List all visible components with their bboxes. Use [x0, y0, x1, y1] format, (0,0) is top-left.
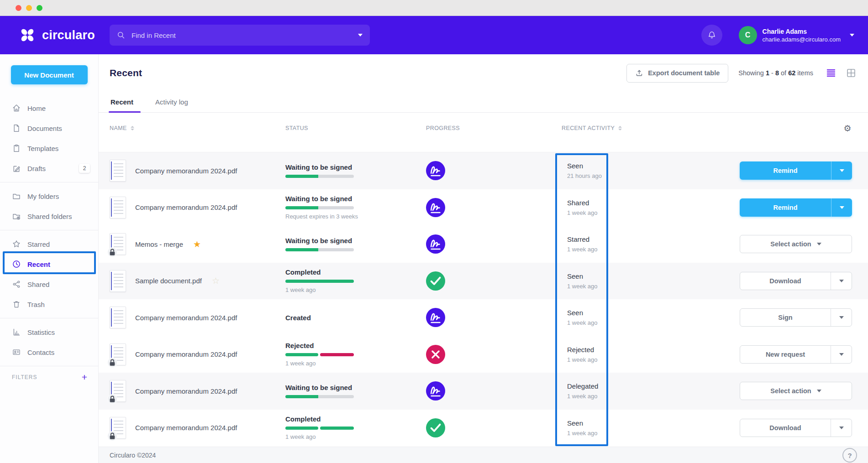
download-button-label[interactable]: Download: [740, 272, 831, 290]
sidebar-nav: HomeDocumentsTemplatesDrafts2My foldersS…: [0, 98, 98, 362]
progress-bar: [285, 206, 354, 209]
filters-label: FILTERS: [12, 374, 37, 380]
select-action-button-label[interactable]: Select action: [740, 382, 852, 400]
shared-folder-icon: [12, 212, 21, 221]
close-button[interactable]: [16, 5, 21, 11]
document-name[interactable]: Company memorandum 2024.pdf: [135, 203, 237, 211]
select-action-dropdown-caret[interactable]: [817, 243, 821, 245]
activity-type: Seen: [567, 162, 740, 170]
download-button-label[interactable]: Download: [740, 419, 831, 437]
download-button[interactable]: Download: [740, 272, 852, 290]
lock-icon: [107, 394, 117, 404]
star-icon[interactable]: ☆: [212, 276, 220, 285]
remind-dropdown-caret[interactable]: [831, 161, 852, 180]
sidebar-item-contacts[interactable]: Contacts: [0, 342, 98, 362]
remind-button-label[interactable]: Remind: [740, 161, 831, 180]
table-settings-gear-icon[interactable]: ⚙: [844, 124, 852, 133]
select-action-button-label[interactable]: Select action: [740, 235, 852, 253]
table-row[interactable]: Memos - merge★Waiting to be signedStarre…: [99, 226, 868, 263]
remind-button[interactable]: Remind: [740, 161, 852, 180]
user-menu[interactable]: C Charlie Adams charlie.adams@circularo.…: [739, 26, 857, 44]
sidebar-item-drafts[interactable]: Drafts2: [0, 158, 98, 178]
column-header-name[interactable]: NAME: [110, 125, 285, 131]
signature-status-icon: [426, 308, 445, 327]
status-subtext: 1 week ago: [285, 433, 426, 440]
document-name[interactable]: Company memorandum 2024.pdf: [135, 424, 237, 432]
status-text: Waiting to be signed: [285, 195, 426, 203]
remind-button-label[interactable]: Remind: [740, 198, 831, 217]
table-row[interactable]: Company memorandum 2024.pdfCreatedSeen1 …: [99, 299, 868, 336]
tab-recent[interactable]: Recent: [110, 92, 134, 112]
sidebar-item-trash[interactable]: Trash: [0, 294, 98, 314]
sidebar-item-label: Drafts: [27, 165, 46, 172]
sign-button-label[interactable]: Sign: [740, 309, 831, 326]
sort-icon[interactable]: [131, 126, 134, 130]
document-name[interactable]: Company memorandum 2024.pdf: [135, 314, 237, 322]
sidebar-item-shared[interactable]: Shared: [0, 274, 98, 294]
column-header-recent-activity[interactable]: RECENT ACTIVITY: [562, 125, 740, 131]
signature-status-icon: [426, 381, 445, 401]
sidebar-item-statistics[interactable]: Statistics: [0, 322, 98, 342]
export-button[interactable]: Export document table: [626, 64, 728, 83]
sidebar-item-recent[interactable]: Recent: [0, 254, 98, 274]
remind-button[interactable]: Remind: [740, 198, 852, 217]
add-filter-button[interactable]: +: [80, 372, 89, 382]
table-row[interactable]: Company memorandum 2024.pdfWaiting to be…: [99, 152, 868, 189]
document-name[interactable]: Company memorandum 2024.pdf: [135, 387, 237, 395]
remind-dropdown-caret[interactable]: [831, 198, 852, 217]
search-scope-caret-icon[interactable]: [358, 34, 363, 36]
help-button[interactable]: ?: [842, 448, 857, 463]
select-action-dropdown-caret[interactable]: [817, 390, 821, 392]
star-icon[interactable]: ★: [193, 240, 201, 249]
document-name[interactable]: Memos - merge: [135, 240, 183, 248]
select-action-button[interactable]: Select action: [740, 382, 852, 400]
document-thumbnail: [110, 307, 126, 328]
new-request-button-label[interactable]: New request: [740, 346, 831, 363]
sign-dropdown-caret[interactable]: [831, 309, 852, 326]
search-input[interactable]: [131, 31, 352, 40]
status-text: Created: [285, 314, 426, 322]
progress-bar: [285, 175, 354, 178]
sidebar-item-home[interactable]: Home: [0, 98, 98, 118]
minimize-button[interactable]: [26, 5, 32, 11]
notifications-button[interactable]: [701, 25, 722, 46]
new-request-dropdown-caret[interactable]: [831, 346, 852, 363]
select-action-button[interactable]: Select action: [740, 235, 852, 253]
new-document-button[interactable]: New Document: [11, 65, 88, 84]
download-dropdown-caret[interactable]: [831, 272, 852, 290]
activity-time: 1 week ago: [567, 393, 740, 400]
sidebar-item-my-folders[interactable]: My folders: [0, 186, 98, 206]
sidebar-divider: [0, 230, 98, 230]
document-name[interactable]: Company memorandum 2024.pdf: [135, 167, 237, 175]
table-row[interactable]: Company memorandum 2024.pdfWaiting to be…: [99, 373, 868, 410]
document-name[interactable]: Company memorandum 2024.pdf: [135, 350, 237, 358]
sign-button[interactable]: Sign: [740, 308, 852, 327]
tab-activity-log[interactable]: Activity log: [154, 92, 189, 112]
search-bar[interactable]: [110, 25, 370, 46]
sidebar-item-shared-folders[interactable]: Shared folders: [0, 206, 98, 226]
new-request-button[interactable]: New request: [740, 345, 852, 364]
table-row[interactable]: Sample document.pdf☆Completed1 week agoS…: [99, 263, 868, 300]
list-view-button[interactable]: [826, 68, 836, 78]
table-header: NAME STATUS PROGRESS RECENT ACTIVITY ⚙: [99, 115, 868, 141]
table-row[interactable]: Company memorandum 2024.pdfWaiting to be…: [99, 189, 868, 226]
lock-icon: [107, 358, 117, 368]
document-name[interactable]: Sample document.pdf: [135, 277, 202, 285]
sidebar-item-label: Recent: [27, 260, 50, 268]
search-icon: [117, 31, 125, 39]
sort-icon[interactable]: [618, 126, 622, 130]
sidebar-item-documents[interactable]: Documents: [0, 118, 98, 138]
activity-time: 1 week ago: [567, 283, 740, 290]
filters-section: FILTERS +: [0, 372, 98, 382]
download-dropdown-caret[interactable]: [831, 419, 852, 437]
grid-view-button[interactable]: [846, 68, 856, 78]
table-row[interactable]: Company memorandum 2024.pdfCompleted1 we…: [99, 410, 868, 447]
sidebar-item-label: Contacts: [27, 349, 54, 356]
download-button[interactable]: Download: [740, 419, 852, 437]
sidebar-item-starred[interactable]: Starred: [0, 234, 98, 254]
brand[interactable]: circularo: [18, 26, 99, 44]
sidebar-item-templates[interactable]: Templates: [0, 138, 98, 158]
footer: Circularo ©2024 ?: [99, 447, 868, 463]
zoom-button[interactable]: [37, 5, 42, 11]
table-row[interactable]: Company memorandum 2024.pdfRejected1 wee…: [99, 336, 868, 373]
